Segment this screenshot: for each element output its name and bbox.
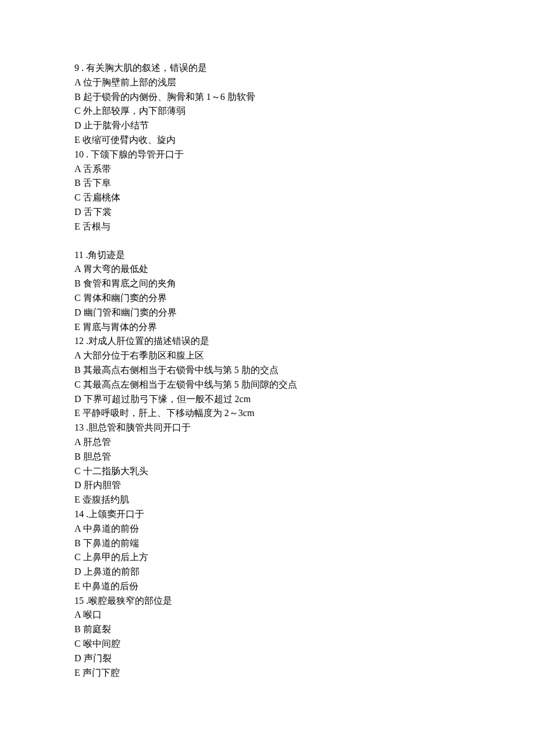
question-15: 15 .喉腔最狭窄的部位是 A 喉口 B 前庭裂 C 喉中间腔 D 声门裂 E … [74, 594, 535, 680]
option-e: E 中鼻道的后份 [74, 579, 535, 594]
question-14: 14 .上颌窦开口于 A 中鼻道的前份 B 下鼻道的前端 C 上鼻甲的后上方 D… [74, 507, 535, 594]
question-stem: 11 .角切迹是 [74, 248, 535, 263]
question-sep: . [84, 149, 91, 159]
option-a: A 大部分位于右季肋区和腹上区 [74, 349, 535, 363]
option-b: B 下鼻道的前端 [74, 536, 535, 551]
option-b: B 前庭裂 [74, 622, 535, 637]
question-sep: . [84, 509, 88, 519]
option-c: C 胃体和幽门窦的分界 [74, 291, 535, 306]
question-stem: 12 .对成人肝位置的描述错误的是 [74, 334, 535, 349]
question-stem: 13 .胆总管和胰管共同开口于 [74, 421, 535, 435]
option-d: D 声门裂 [74, 651, 535, 666]
option-c: C 舌扁桃体 [74, 191, 535, 205]
question-text: 有关胸大肌的叙述，错误的是 [86, 63, 207, 73]
question-sep: . [79, 63, 86, 73]
option-d: D 下界可超过肋弓下缘，但一般不超过 2cm [74, 392, 535, 407]
option-c: C 外上部较厚，内下部薄弱 [74, 104, 535, 119]
question-text: 对成人肝位置的描述错误的是 [88, 336, 209, 346]
option-d: D 肝内胆管 [74, 478, 535, 493]
option-b: B 舌下阜 [74, 176, 535, 191]
question-text: 角切迹是 [88, 250, 125, 260]
question-stem: 15 .喉腔最狭窄的部位是 [74, 594, 535, 608]
option-c: C 其最高点左侧相当于左锁骨中线与第 5 肋间隙的交点 [74, 378, 535, 392]
option-b: B 食管和胃底之间的夹角 [74, 277, 535, 291]
question-number: 10 [74, 149, 84, 159]
option-d: D 幽门管和幽门窦的分界 [74, 306, 535, 320]
option-b: B 其最高点右侧相当于右锁骨中线与第 5 肋的交点 [74, 363, 535, 378]
option-b: B 胆总管 [74, 450, 535, 464]
option-c: C 喉中间腔 [74, 637, 535, 651]
question-number: 12 [74, 336, 84, 346]
question-12: 12 .对成人肝位置的描述错误的是 A 大部分位于右季肋区和腹上区 B 其最高点… [74, 334, 535, 421]
question-stem: 10 . 下颌下腺的导管开口于 [74, 148, 535, 162]
option-e: E 收缩可使臂内收、旋内 [74, 133, 535, 148]
question-stem: 9 . 有关胸大肌的叙述，错误的是 [74, 61, 535, 76]
option-a: A 喉口 [74, 608, 535, 622]
question-text: 下颌下腺的导管开口于 [91, 149, 184, 159]
option-c: C 十二指肠大乳头 [74, 464, 535, 479]
option-e: E 平静呼吸时，肝上、下移动幅度为 2～3cm [74, 406, 535, 421]
question-number: 15 [74, 596, 84, 605]
option-c: C 上鼻甲的后上方 [74, 550, 535, 565]
question-number: 14 [74, 509, 84, 519]
option-a: A 位于胸壁前上部的浅层 [74, 76, 535, 90]
question-number: 13 [74, 422, 84, 432]
option-a: A 舌系带 [74, 162, 535, 177]
question-11: 11 .角切迹是 A 胃大弯的最低处 B 食管和胃底之间的夹角 C 胃体和幽门窦… [74, 248, 535, 335]
option-a: A 胃大弯的最低处 [74, 262, 535, 277]
question-text: 喉腔最狭窄的部位是 [88, 596, 172, 605]
option-e: E 舌根与 [74, 220, 535, 234]
option-d: D 止于肱骨小结节 [74, 119, 535, 133]
option-e: E 胃底与胃体的分界 [74, 320, 535, 335]
option-a: A 肝总管 [74, 435, 535, 450]
question-number: 11 [74, 250, 83, 260]
question-text: 胆总管和胰管共同开口于 [88, 422, 191, 432]
question-13: 13 .胆总管和胰管共同开口于 A 肝总管 B 胆总管 C 十二指肠大乳头 D … [74, 421, 535, 507]
question-stem: 14 .上颌窦开口于 [74, 507, 535, 522]
question-sep: . [84, 336, 88, 346]
question-10: 10 . 下颌下腺的导管开口于 A 舌系带 B 舌下阜 C 舌扁桃体 D 舌下裳… [74, 148, 535, 234]
question-number: 9 [74, 63, 79, 73]
question-9: 9 . 有关胸大肌的叙述，错误的是 A 位于胸壁前上部的浅层 B 起于锁骨的内侧… [74, 61, 535, 148]
option-e: E 声门下腔 [74, 666, 535, 680]
question-sep: . [84, 422, 88, 432]
option-d: D 上鼻道的前部 [74, 565, 535, 579]
option-d: D 舌下裳 [74, 205, 535, 220]
option-b: B 起于锁骨的内侧份、胸骨和第 1～6 肋软骨 [74, 90, 535, 105]
section-gap [74, 234, 535, 248]
option-a: A 中鼻道的前份 [74, 522, 535, 536]
question-sep: . [84, 596, 88, 605]
question-text: 上颌窦开口于 [88, 509, 144, 519]
option-e: E 壶腹括约肌 [74, 493, 535, 507]
